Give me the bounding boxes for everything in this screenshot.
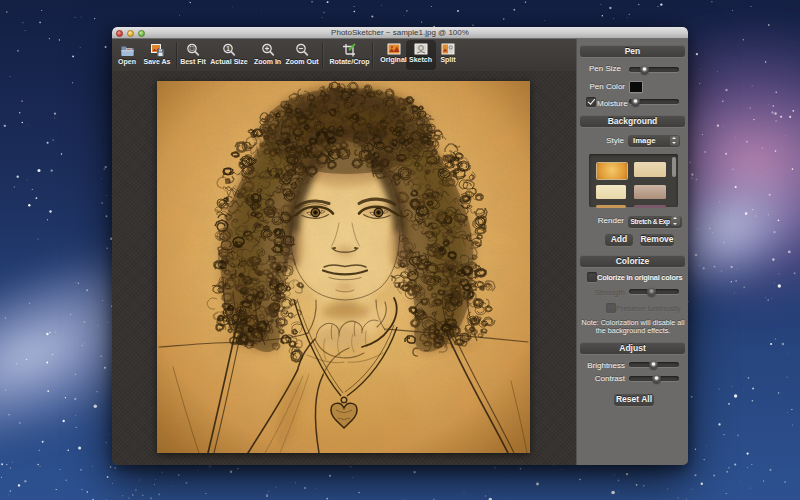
svg-text:1: 1 <box>226 45 230 52</box>
